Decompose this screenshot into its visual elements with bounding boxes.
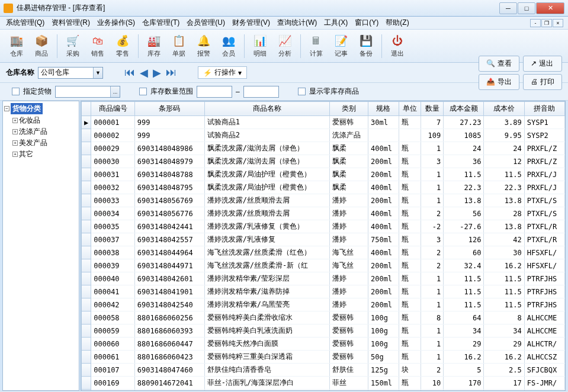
table-row[interactable]: 0002108809014672058菲丝-洁面乳/牛奶亮采美白菲丝150ml瓶… xyxy=(82,390,565,391)
table-row[interactable]: 0000608801686060447爱丽韩纯天然净白面膜爱丽韩100g瓶129… xyxy=(82,338,565,351)
toolbar-icon: 📊 xyxy=(253,34,267,48)
column-header[interactable]: 单位 xyxy=(399,102,421,116)
dropdown-arrow-icon[interactable]: ▼ xyxy=(93,68,102,78)
toolbar-分析[interactable]: 📈分析 xyxy=(273,33,297,59)
print-button[interactable]: 🖨打印 xyxy=(523,74,562,90)
dotdot-button[interactable]: ... xyxy=(110,86,120,97)
table-row[interactable]: 0000306903148048979飘柔洗发露/滋润去屑（绿色）飘柔200ml… xyxy=(82,155,565,168)
toolbar-会员[interactable]: 👥会员 xyxy=(217,33,240,59)
table-row[interactable]: 0000588801686060256爱丽韩纯粹美白柔滑收缩水爱丽韩100g瓶8… xyxy=(82,311,565,324)
toolbar-报警[interactable]: 🔔报警 xyxy=(192,33,216,59)
toolbar-icon: 🔔 xyxy=(197,34,211,48)
warehouse-combo[interactable]: ▼ xyxy=(38,67,103,79)
table-row[interactable]: 0001698809014672041菲丝-洁面乳/海藻深层净白菲丝150ml瓶… xyxy=(82,377,565,390)
row-indicator-header[interactable] xyxy=(82,102,91,116)
mdi-minimize[interactable]: - xyxy=(530,19,541,27)
last-record-icon[interactable]: ⏭ xyxy=(166,66,177,79)
first-record-icon[interactable]: ⏮ xyxy=(124,66,135,79)
mdi-restore[interactable]: ❐ xyxy=(541,19,552,27)
exit-button[interactable]: ↗退出 xyxy=(523,56,562,72)
toolbar-采购[interactable]: 🛒采购 xyxy=(61,33,85,59)
collapse-icon[interactable]: − xyxy=(4,106,9,111)
toolbar-仓库[interactable]: 🏬仓库 xyxy=(5,33,28,59)
menu-item[interactable]: 系统管理(Q) xyxy=(2,17,48,28)
table-row[interactable]: 0000316903148048788飘柔洗发露/局油护理（橙黄色）飘柔200m… xyxy=(82,168,565,181)
expand-icon[interactable]: + xyxy=(12,140,18,146)
category-tree[interactable]: − 货物分类 +化妆品+洗涤产品+美发产品+其它 xyxy=(2,101,79,391)
expand-icon[interactable]: + xyxy=(12,129,18,134)
table-row[interactable]: 0000618801686060423爱丽韩纯粹三重美白深透霜爱丽韩50g瓶11… xyxy=(82,351,565,364)
tree-node[interactable]: +化妆品 xyxy=(12,115,78,126)
table-row[interactable]: ▶000001999试验商品1爱丽韩30ml瓶727.233.89SYSP1 xyxy=(82,116,565,129)
column-header[interactable]: 商品名称 xyxy=(204,102,329,116)
view-button[interactable]: 🔍查看 xyxy=(479,56,519,72)
column-header[interactable]: 规格 xyxy=(368,102,399,116)
toolbar-退出[interactable]: ⏻退出 xyxy=(386,33,409,59)
table-row[interactable]: 0000426903148042540潘婷润发精华素/乌黑莹亮潘婷200ml瓶1… xyxy=(82,298,565,311)
row-operation-button[interactable]: ⚡ 行操作 ▾ xyxy=(198,66,247,79)
table-row[interactable]: 0000376903148042557潘婷洗发露/乳液修复潘婷750ml瓶312… xyxy=(82,233,565,246)
qty-min-input[interactable] xyxy=(197,86,232,98)
table-row[interactable]: 0000598801686060393爱丽韩纯粹美白乳液洗面奶爱丽韩100g瓶1… xyxy=(82,324,565,338)
table-row[interactable]: 0000356903148042441潘婷洗发露/乳液修复（黄色）潘婷400ml… xyxy=(82,220,565,233)
menu-item[interactable]: 财务管理(V) xyxy=(229,17,274,28)
column-header[interactable]: 成本金额 xyxy=(444,102,484,116)
export-button[interactable]: 📤导出 xyxy=(479,74,519,90)
toolbar-计算[interactable]: 🖩计算 xyxy=(304,33,328,59)
show-zero-checkbox[interactable] xyxy=(298,88,306,95)
toolbar-明细[interactable]: 📊明细 xyxy=(248,33,272,59)
toolbar-separator xyxy=(381,34,382,58)
maximize-button[interactable]: □ xyxy=(518,2,535,14)
menu-item[interactable]: 帮助(Z) xyxy=(382,17,412,28)
toolbar-记事[interactable]: 📝记事 xyxy=(329,33,353,59)
inventory-grid[interactable]: 商品编号条形码商品名称类别规格单位数量成本金额成本价拼音助 ▶000001999… xyxy=(81,101,566,391)
next-record-icon[interactable]: ▶ xyxy=(153,66,161,79)
table-row[interactable]: 0000416903148041901潘婷润发精华素/滋养防掉潘婷200ml瓶1… xyxy=(82,285,565,298)
tree-node[interactable]: +其它 xyxy=(12,149,78,160)
tree-root[interactable]: − 货物分类 xyxy=(4,102,78,115)
table-row[interactable]: 0000386903148044964海飞丝洗发露/丝质柔滑（红色）海飞丝400… xyxy=(82,246,565,259)
menu-item[interactable]: 仓库管理(T) xyxy=(139,17,183,28)
table-row[interactable]: 0000326903148048795飘柔洗发露/局油护理（橙黄色）飘柔400m… xyxy=(82,181,565,194)
minimize-button[interactable]: ─ xyxy=(499,2,517,14)
column-header[interactable]: 成本价 xyxy=(484,102,524,116)
column-header[interactable]: 条形码 xyxy=(134,102,204,116)
toolbar-备份[interactable]: 💾备份 xyxy=(354,33,378,59)
specific-goods-checkbox[interactable] xyxy=(12,88,20,95)
menu-item[interactable]: 工具(X) xyxy=(320,17,351,28)
mdi-close[interactable]: × xyxy=(553,19,563,27)
menu-item[interactable]: 窗口(Y) xyxy=(351,17,382,28)
toolbar-零售[interactable]: 💰零售 xyxy=(111,33,134,59)
specific-goods-combo[interactable]: ... xyxy=(55,86,120,98)
table-row[interactable]: 0000336903148056769潘婷洗发露/丝质顺滑去屑潘婷200ml瓶1… xyxy=(82,194,565,207)
export-icon: 📤 xyxy=(486,78,495,86)
toolbar-单据[interactable]: 📋单据 xyxy=(167,33,191,59)
qty-range-checkbox[interactable] xyxy=(139,88,147,95)
menu-item[interactable]: 业务操作(S) xyxy=(94,17,139,28)
menu-item[interactable]: 资料管理(R) xyxy=(48,17,94,28)
toolbar-商品[interactable]: 📦商品 xyxy=(30,33,53,59)
prev-record-icon[interactable]: ◀ xyxy=(140,66,148,79)
tree-node[interactable]: +洗涤产品 xyxy=(12,126,78,137)
menu-item[interactable]: 会员管理(U) xyxy=(183,17,229,28)
toolbar-库存[interactable]: 🏭库存 xyxy=(142,33,166,59)
table-row[interactable]: 0000406903148042601潘婷润发精华素/莹彩深层潘婷200ml瓶1… xyxy=(82,272,565,285)
table-row[interactable]: 0001076903148047460舒肤佳纯白清香香皂舒肤佳125g块252.… xyxy=(82,364,565,377)
menu-item[interactable]: 查询统计(W) xyxy=(274,17,320,28)
table-row[interactable]: 0000396903148044971海飞丝洗发露/丝质柔滑-新（红海飞丝200… xyxy=(82,259,565,272)
toolbar-icon: 🏭 xyxy=(147,34,161,48)
table-row[interactable]: 000002999试验商品2洗涤产品10910859.95SYSP2 xyxy=(82,129,565,142)
toolbar-销售[interactable]: 🛍销售 xyxy=(86,33,110,59)
close-button[interactable]: ✕ xyxy=(536,2,564,14)
column-header[interactable]: 数量 xyxy=(421,102,444,116)
table-row[interactable]: 0000346903148056776潘婷洗发露/丝质顺滑去屑潘婷400ml瓶2… xyxy=(82,207,565,220)
column-header[interactable]: 商品编号 xyxy=(91,102,135,116)
expand-icon[interactable]: + xyxy=(12,118,18,123)
table-row[interactable]: 0000296903148048986飘柔洗发露/滋润去屑（绿色）飘柔400ml… xyxy=(82,142,565,155)
toolbar-icon: ⏻ xyxy=(390,34,405,48)
qty-max-input[interactable] xyxy=(243,86,279,98)
column-header[interactable]: 类别 xyxy=(329,102,368,116)
tree-node[interactable]: +美发产品 xyxy=(12,137,78,149)
column-header[interactable]: 拼音助 xyxy=(524,102,564,116)
expand-icon[interactable]: + xyxy=(12,152,18,157)
